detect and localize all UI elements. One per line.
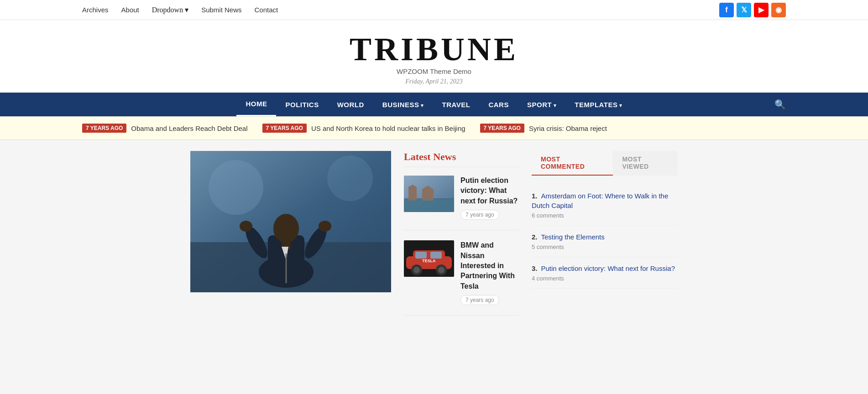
nav-link-sport[interactable]: SPORT	[518, 93, 565, 116]
sidebar-list-item-2: 2. Testing the Elements 5 comments	[532, 226, 678, 257]
ticker-text-1: Obama and Leaders Reach Debt Deal	[131, 124, 247, 132]
sidebar-list-item-3: 3. Putin election victory: What next for…	[532, 257, 678, 289]
ticker-item-3: 7 YEARS AGO Syria crisis: Obama reject	[480, 124, 607, 133]
svg-rect-16	[408, 187, 417, 201]
svg-rect-25	[430, 252, 442, 259]
news-thumb-1-img	[404, 176, 454, 212]
sidebar-list-link-3[interactable]: Putin election victory: What next for Ru…	[541, 264, 675, 272]
news-thumb-2-img: TESLA	[404, 240, 454, 277]
site-tagline: WPZOOM Theme Demo	[0, 67, 868, 75]
youtube-icon[interactable]: ▶	[754, 3, 769, 17]
nav-item-cars[interactable]: CARS	[479, 93, 518, 116]
svg-point-8	[240, 221, 252, 232]
top-nav-links: Archives About Dropdown ▾ Submit News Co…	[82, 5, 278, 14]
sidebar: MOST COMMENTED MOST VIEWED 1. Amsterdam …	[532, 151, 678, 326]
most-commented-list: 1. Amsterdam on Foot: Where to Walk in t…	[532, 185, 678, 289]
latest-news-column: Latest News	[404, 151, 519, 326]
svg-point-12	[209, 160, 263, 215]
social-icons: f 𝕏 ▶ ◉	[719, 3, 786, 17]
featured-image-column	[190, 151, 391, 326]
sidebar-list-num-1: 1.	[532, 192, 538, 200]
nav-item-travel[interactable]: TRAVEL	[433, 93, 480, 116]
nav-about[interactable]: About	[121, 6, 139, 14]
news-thumb-1	[404, 176, 454, 212]
nav-link-travel[interactable]: TRAVEL	[433, 93, 480, 116]
tab-most-commented[interactable]: MOST COMMENTED	[532, 151, 613, 176]
news-item-title-2[interactable]: BMW and Nissan Interested in Partnering …	[460, 240, 519, 291]
header-date: Friday, April 21, 2023	[0, 78, 868, 85]
featured-image	[190, 151, 391, 292]
ticker-badge-3: 7 YEARS AGO	[480, 124, 524, 133]
svg-rect-18	[422, 189, 434, 201]
ticker-badge-1: 7 YEARS AGO	[82, 124, 126, 133]
svg-rect-20	[404, 199, 454, 212]
sidebar-list-link-1[interactable]: Amsterdam on Foot: Where to Walk in the …	[532, 192, 668, 209]
sidebar-list-num-3: 3.	[532, 264, 538, 272]
sidebar-list-link-2[interactable]: Testing the Elements	[541, 233, 605, 241]
svg-point-13	[327, 156, 373, 201]
nav-submit-news[interactable]: Submit News	[201, 6, 241, 14]
nav-link-home[interactable]: HOME	[236, 93, 276, 116]
svg-point-29	[438, 267, 444, 273]
ticker-text-3: Syria crisis: Obama reject	[529, 124, 607, 132]
nav-item-sport[interactable]: SPORT	[518, 93, 565, 116]
nav-item-politics[interactable]: POLITICS	[276, 93, 328, 116]
ticker-item-1: 7 YEARS AGO Obama and Leaders Reach Debt…	[82, 124, 248, 133]
rss-icon[interactable]: ◉	[771, 3, 786, 17]
svg-rect-24	[415, 252, 427, 259]
news-item-time-2: 7 years ago	[460, 295, 499, 305]
site-logo[interactable]: TRIBUNE	[0, 33, 868, 66]
ticker-item-2: 7 YEARS AGO US and North Korea to hold n…	[262, 124, 465, 133]
sidebar-list-comments-2: 5 comments	[532, 244, 678, 250]
twitter-icon[interactable]: 𝕏	[737, 3, 751, 17]
nav-item-home[interactable]: HOME	[236, 93, 276, 116]
news-text-1: Putin election victory: What next for Ru…	[460, 176, 519, 220]
news-ticker: 7 YEARS AGO Obama and Leaders Reach Debt…	[0, 116, 868, 140]
svg-point-27	[413, 267, 420, 273]
latest-news-heading: Latest News	[404, 151, 519, 167]
nav-contact[interactable]: Contact	[255, 6, 278, 14]
ticker-text-2: US and North Korea to hold nuclear talks…	[311, 124, 465, 132]
facebook-icon[interactable]: f	[719, 3, 734, 17]
sidebar-tabs: MOST COMMENTED MOST VIEWED	[532, 151, 678, 176]
svg-text:TESLA: TESLA	[422, 259, 436, 263]
news-item-time-1: 7 years ago	[460, 210, 499, 220]
sidebar-list-comments-3: 4 comments	[532, 275, 678, 282]
nav-item-world[interactable]: WORLD	[328, 93, 373, 116]
svg-point-4	[273, 214, 299, 243]
nav-link-world[interactable]: WORLD	[328, 93, 373, 116]
svg-point-9	[319, 221, 331, 232]
nav-item-business[interactable]: BUSINESS	[373, 93, 433, 116]
news-thumb-2: TESLA	[404, 240, 454, 277]
search-icon[interactable]: 🔍	[774, 99, 786, 110]
nav-item-templates[interactable]: TEMPLATES	[565, 93, 631, 116]
site-header: TRIBUNE WPZOOM Theme Demo Friday, April …	[0, 20, 868, 93]
nav-archives[interactable]: Archives	[82, 6, 109, 14]
top-navigation: Archives About Dropdown ▾ Submit News Co…	[0, 0, 868, 20]
main-content: Latest News	[183, 151, 685, 326]
news-text-2: BMW and Nissan Interested in Partnering …	[460, 240, 519, 305]
sidebar-list-comments-1: 6 comments	[532, 212, 678, 219]
news-item-1: Putin election victory: What next for Ru…	[404, 176, 519, 230]
nav-link-politics[interactable]: POLITICS	[276, 93, 328, 116]
main-navigation: HOME POLITICS WORLD BUSINESS TRAVEL CARS…	[0, 93, 868, 116]
nav-link-cars[interactable]: CARS	[479, 93, 518, 116]
nav-link-templates[interactable]: TEMPLATES	[565, 93, 631, 116]
main-nav-list: HOME POLITICS WORLD BUSINESS TRAVEL CARS…	[236, 93, 631, 116]
nav-dropdown[interactable]: Dropdown ▾	[152, 5, 188, 14]
news-item-title-1[interactable]: Putin election victory: What next for Ru…	[460, 176, 519, 206]
featured-image-svg	[190, 151, 391, 292]
sidebar-list-num-2: 2.	[532, 233, 538, 241]
sidebar-list-item-1: 1. Amsterdam on Foot: Where to Walk in t…	[532, 185, 678, 226]
nav-link-business[interactable]: BUSINESS	[373, 93, 433, 116]
news-item-2: TESLA BMW and Nissan Interested in Partn…	[404, 240, 519, 316]
ticker-badge-2: 7 YEARS AGO	[262, 124, 307, 133]
tab-most-viewed[interactable]: MOST VIEWED	[613, 151, 678, 176]
